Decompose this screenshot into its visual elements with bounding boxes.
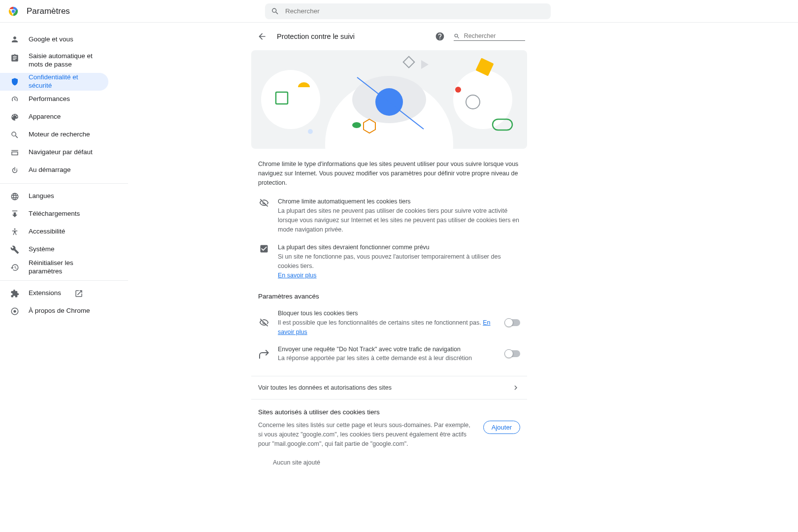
extension-icon	[10, 289, 20, 299]
allowed-sites-desc: Concerne les sites listés sur cette page…	[258, 421, 475, 448]
top-search-input[interactable]	[285, 7, 545, 15]
top-search[interactable]	[265, 3, 551, 19]
allowed-sites-title: Sites autorisés à utiliser des cookies t…	[258, 408, 520, 416]
sidebar-item-appearance[interactable]: Apparence	[0, 108, 108, 126]
forward-icon	[258, 349, 270, 359]
power-icon	[10, 166, 20, 175]
person-icon	[10, 34, 20, 44]
learn-more-link[interactable]: En savoir plus	[278, 272, 317, 279]
checkbox-icon	[258, 243, 270, 280]
assignment-icon	[10, 53, 20, 63]
app-title: Paramètres	[27, 6, 70, 16]
sidebar: Google et vous Saisie automatique et mot…	[0, 23, 128, 532]
chrome-icon	[10, 306, 20, 316]
sidebar-item-search-engine[interactable]: Moteur de recherche	[0, 126, 108, 144]
sidebar-item-languages[interactable]: Langues	[0, 188, 108, 205]
toggle-do-not-track: Envoyer une requête "Do Not Track" avec …	[251, 341, 527, 367]
svg-point-3	[12, 9, 15, 12]
info-sites-work: La plupart des sites devraient fonctionn…	[251, 240, 527, 286]
hero-illustration	[251, 50, 527, 149]
shield-icon	[10, 77, 20, 87]
globe-icon	[10, 192, 20, 201]
panel-search-input[interactable]	[464, 33, 523, 39]
sidebar-item-downloads[interactable]: Téléchargements	[0, 205, 108, 223]
svg-point-15	[352, 122, 361, 128]
sidebar-item-google[interactable]: Google et vous	[0, 31, 108, 48]
sidebar-item-about[interactable]: À propos de Chrome	[0, 302, 108, 320]
sidebar-separator	[0, 280, 128, 281]
sidebar-item-default-browser[interactable]: Navigateur par défaut	[0, 144, 108, 162]
speed-icon	[10, 95, 20, 104]
info-cookies-limited: Chrome limite automatiquement les cookie…	[251, 194, 527, 240]
sidebar-item-accessibility[interactable]: Accessibilité	[0, 223, 108, 241]
open-external-icon	[74, 289, 84, 299]
eye-off-icon	[258, 318, 270, 328]
add-site-button[interactable]: Ajouter	[483, 421, 520, 434]
sidebar-item-autofill[interactable]: Saisie automatique et mots de passe	[0, 48, 108, 73]
search-icon	[10, 130, 20, 140]
svg-point-17	[455, 87, 461, 93]
search-icon	[454, 33, 460, 40]
sidebar-item-startup[interactable]: Au démarrage	[0, 162, 108, 179]
sidebar-item-privacy[interactable]: Confidentialité et sécurité	[0, 73, 108, 91]
panel-search[interactable]	[454, 33, 525, 41]
svg-rect-13	[403, 57, 415, 68]
sidebar-item-system[interactable]: Système	[0, 241, 108, 259]
sidebar-separator	[0, 183, 128, 184]
wrench-icon	[10, 245, 20, 255]
panel-title: Protection contre le suivi	[277, 33, 426, 40]
site-data-link[interactable]: Voir toutes les données et autorisations…	[251, 376, 527, 399]
toggle-block-all-cookies: Bloquer tous les cookies tiers Il est po…	[251, 305, 527, 340]
sidebar-item-extensions[interactable]: Extensions	[0, 285, 108, 302]
download-icon	[10, 209, 20, 219]
svg-point-8	[453, 70, 512, 129]
block-cookies-switch[interactable]	[505, 319, 520, 326]
back-button[interactable]	[253, 28, 271, 45]
palette-icon	[10, 112, 20, 122]
sidebar-item-reset[interactable]: Réinitialiser les paramètres	[0, 259, 108, 276]
search-icon	[271, 7, 279, 16]
intro-text: Chrome limite le type d'informations que…	[251, 160, 527, 194]
advanced-settings-title: Paramètres avancés	[251, 286, 527, 305]
chevron-right-icon	[511, 383, 520, 392]
svg-point-7	[261, 70, 320, 129]
eye-off-icon	[258, 197, 270, 234]
chrome-logo-icon	[8, 6, 19, 17]
svg-point-5	[13, 310, 16, 312]
browser-icon	[10, 148, 20, 158]
no-sites-text: Aucun site ajouté	[258, 448, 520, 477]
svg-point-20	[308, 129, 313, 134]
sidebar-item-performance[interactable]: Performances	[0, 91, 108, 108]
dnt-switch[interactable]	[505, 350, 520, 357]
help-button[interactable]	[432, 29, 448, 44]
accessibility-icon	[10, 227, 20, 237]
restore-icon	[10, 263, 20, 272]
